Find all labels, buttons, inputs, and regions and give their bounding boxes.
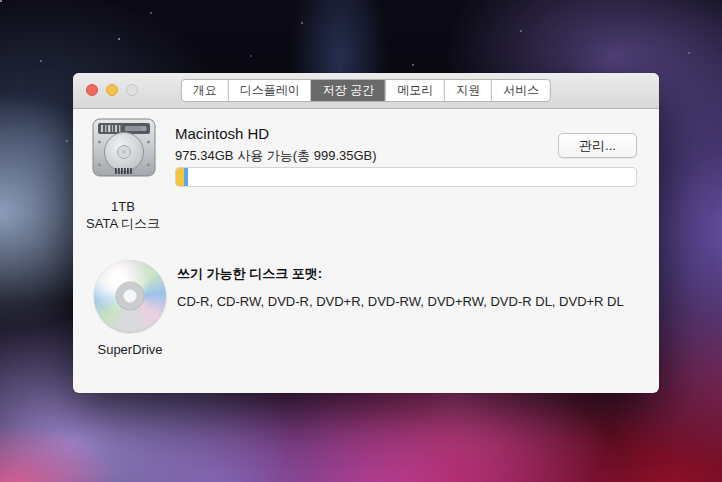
disk-available-text: 975.34GB 사용 가능(총 999.35GB) [175, 147, 377, 165]
tab-memory[interactable]: 메모리 [385, 80, 444, 101]
tab-bar: 개요 디스플레이 저장 공간 메모리 지원 서비스 [181, 79, 551, 102]
manage-button[interactable]: 관리... [558, 133, 637, 158]
tab-displays[interactable]: 디스플레이 [228, 80, 311, 101]
close-button[interactable] [86, 84, 98, 96]
about-this-mac-window: 개요 디스플레이 저장 공간 메모리 지원 서비스 [73, 73, 659, 393]
window-titlebar[interactable]: 개요 디스플레이 저장 공간 메모리 지원 서비스 [73, 73, 659, 109]
disk-name: Macintosh HD [175, 125, 269, 142]
minimize-button[interactable] [106, 84, 118, 96]
zoom-button[interactable] [126, 84, 138, 96]
superdrive-disc-icon [94, 260, 166, 332]
writable-formats-list: CD-R, CD-RW, DVD-R, DVD+R, DVD-RW, DVD+R… [177, 294, 624, 309]
superdrive-name: SuperDrive [80, 342, 180, 357]
disk-caption: 1TB SATA 디스크 [73, 198, 173, 232]
hard-drive-icon [92, 118, 156, 184]
storage-pane: 1TB SATA 디스크 Macintosh HD 975.34GB 사용 가능… [73, 108, 659, 393]
writable-formats-title: 쓰기 가능한 디스크 포맷: [177, 265, 322, 283]
disk-capacity-label: 1TB [73, 198, 173, 215]
disk-type-label: SATA 디스크 [73, 215, 173, 232]
tab-support[interactable]: 지원 [444, 80, 491, 101]
disc-hub [124, 290, 137, 303]
stars-decoration [0, 0, 2, 2]
tab-service[interactable]: 서비스 [491, 80, 550, 101]
tab-storage[interactable]: 저장 공간 [311, 80, 385, 101]
usage-bar-segment-2 [184, 168, 188, 186]
traffic-lights [86, 84, 138, 96]
storage-usage-bar [175, 167, 637, 187]
usage-bar-segment-1 [176, 168, 184, 186]
tab-overview[interactable]: 개요 [182, 80, 228, 101]
